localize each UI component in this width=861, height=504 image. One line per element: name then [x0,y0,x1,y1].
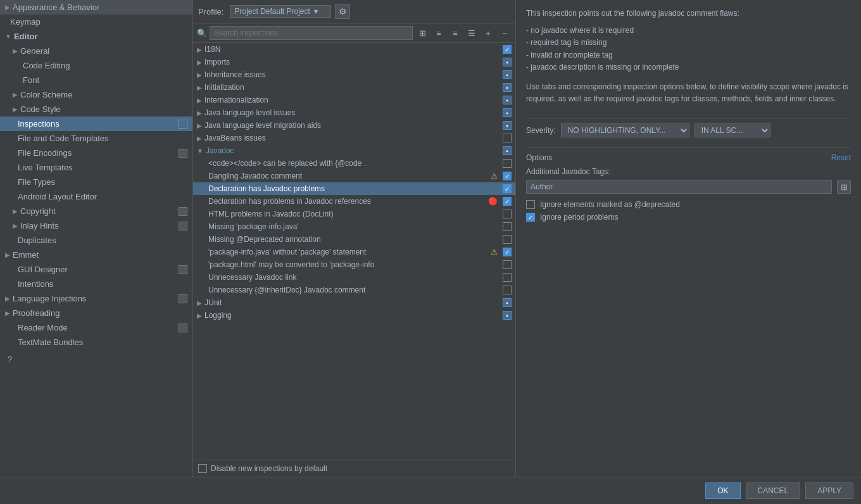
insp-checkbox[interactable]: ✓ [503,197,512,206]
insp-item-code-replace[interactable]: <code></code> can be replaced with {@cod… [193,157,515,170]
sidebar-item-appearance-behavior[interactable]: ▶ Appearance & Behavior [0,0,192,15]
profile-dropdown[interactable]: Project Default Project ▾ [230,5,331,18]
sidebar-item-font[interactable]: Font [0,73,192,87]
sidebar-item-live-templates[interactable]: Live Templates [0,160,192,175]
ok-button[interactable]: OK [705,482,740,499]
insp-item-inheritance[interactable]: ▶ Inheritance issues ▪ [193,68,515,81]
insp-item-logging[interactable]: ▶ Logging ▪ [193,309,515,322]
insp-checkbox[interactable]: ▪ [503,311,512,320]
sidebar-item-code-editing[interactable]: Code Editing [0,58,192,73]
insp-item-i18n[interactable]: ▶ I18N ✓ [193,43,515,56]
insp-checkbox[interactable]: ✓ [503,248,512,256]
description-title: This inspection points out the following… [526,8,851,20]
insp-checkbox[interactable]: ✓ [503,184,512,193]
disable-new-checkbox[interactable] [198,464,207,473]
sidebar-item-android-layout-editor[interactable]: Android Layout Editor [0,189,192,204]
insp-checkbox[interactable]: ▪ [503,58,512,66]
sidebar-item-intentions[interactable]: Intentions [0,277,192,291]
reset-link[interactable]: Reset [831,153,851,162]
search-input[interactable] [210,26,413,40]
insp-checkbox[interactable] [503,273,512,282]
sidebar-item-file-code-templates[interactable]: File and Code Templates [0,131,192,146]
ignore-period-checkbox[interactable]: ✓ [526,213,535,222]
sidebar-item-inlay-hints[interactable]: ▶ Inlay Hints [0,218,192,233]
sidebar-item-language-injections[interactable]: ▶ Language Injections [0,291,192,306]
insp-checkbox[interactable] [503,235,512,244]
cancel-button[interactable]: CANCEL [746,482,801,499]
insp-label: Initialization [204,83,500,92]
sidebar-item-file-encodings[interactable]: File Encodings [0,146,192,160]
sidebar-item-label: Intentions [18,279,53,289]
insp-checkbox[interactable]: ▪ [503,83,512,92]
sidebar-item-textmate-bundles[interactable]: TextMate Bundles [0,335,192,350]
insp-checkbox[interactable] [503,159,512,168]
sidebar-item-general[interactable]: ▶ General [0,44,192,58]
insp-label: Unnecessary {@inheritDoc} Javadoc commen… [208,286,500,294]
expand-arrow: ▶ [13,106,18,113]
insp-label: Javadoc [206,146,500,155]
sidebar-item-reader-mode[interactable]: Reader Mode [0,320,192,335]
insp-item-declaration-references[interactable]: Declaration has problems in Javadoc refe… [193,195,515,208]
sidebar-item-editor[interactable]: ▼ Editor [0,29,192,44]
insp-checkbox[interactable] [503,260,512,269]
help-button[interactable]: ? [0,350,192,369]
sidebar-item-duplicates[interactable]: Duplicates [0,233,192,248]
insp-item-missing-package-info[interactable]: Missing 'package-info.java' [193,220,515,233]
insp-checkbox[interactable]: ▪ [503,146,512,155]
insp-item-html-problems[interactable]: HTML problems in Javadoc (DocLint) [193,208,515,220]
insp-checkbox[interactable]: ✓ [503,172,512,180]
sidebar-item-code-style[interactable]: ▶ Code Style [0,102,192,117]
insp-checkbox[interactable] [503,222,512,231]
severity-dropdown[interactable]: NO HIGHLIGHTING, ONLY... WARNING ERROR W… [561,123,689,137]
sidebar-item-proofreading[interactable]: ▶ Proofreading [0,306,192,320]
sidebar-item-label: Live Templates [18,163,72,172]
insp-item-dangling-javadoc[interactable]: Dangling Javadoc comment ⚠ ✓ [193,170,515,182]
sidebar-item-label: Inspections [18,119,60,129]
insp-checkbox[interactable]: ✓ [503,45,512,54]
insp-checkbox[interactable]: ▪ [503,108,512,117]
insp-item-javadoc[interactable]: ▼ Javadoc ▪ [193,144,515,157]
insp-checkbox[interactable] [503,210,512,218]
sidebar-item-copyright[interactable]: ▶ Copyright [0,204,192,218]
ignore-deprecated-checkbox[interactable] [526,200,535,209]
expand-all-button[interactable]: ≡ [432,26,446,40]
author-input[interactable] [526,180,832,194]
insp-checkbox[interactable]: ▪ [503,121,512,130]
insp-item-unnecessary-inheritdoc[interactable]: Unnecessary {@inheritDoc} Javadoc commen… [193,284,515,296]
expand-arrow-icon: ▶ [197,312,202,319]
insp-item-java-lang-level[interactable]: ▶ Java language level issues ▪ [193,106,515,119]
insp-item-package-info-statement[interactable]: 'package-info.java' without 'package' st… [193,246,515,258]
insp-item-unnecessary-link[interactable]: Unnecessary Javadoc link [193,271,515,284]
insp-checkbox[interactable]: ▪ [503,70,512,79]
insp-item-junit[interactable]: ▶ JUnit ▪ [193,296,515,309]
insp-item-java-migration[interactable]: ▶ Java language level migration aids ▪ [193,119,515,132]
insp-item-initialization[interactable]: ▶ Initialization ▪ [193,81,515,94]
insp-label: I18N [204,45,500,54]
insp-item-missing-deprecated[interactable]: Missing @Deprecated annotation [193,233,515,246]
insp-item-imports[interactable]: ▶ Imports ▪ [193,56,515,68]
sidebar-item-file-types[interactable]: File Types [0,175,192,189]
collapse-all-button[interactable]: ≡ [448,26,462,40]
insp-checkbox[interactable] [503,134,512,142]
warning-icon: ⚠ [491,172,498,180]
insp-item-internationalization[interactable]: ▶ Internationalization ▪ [193,94,515,106]
insp-item-declaration-javadoc[interactable]: Declaration has Javadoc problems ✓ [193,182,515,195]
insp-checkbox[interactable]: ▪ [503,298,512,307]
insp-checkbox[interactable]: ▪ [503,96,512,104]
gear-button[interactable]: ⚙ [335,4,350,19]
apply-button[interactable]: APPLY [805,482,853,499]
sidebar-item-gui-designer[interactable]: GUI Designer [0,262,192,277]
author-edit-button[interactable]: ⊞ [837,180,851,194]
sidebar-item-inspections[interactable]: Inspections [0,117,192,131]
insp-item-javabeans[interactable]: ▶ JavaBeans issues [193,132,515,144]
view-options-button[interactable]: ☰ [465,26,479,40]
sidebar-item-keymap[interactable]: Keymap [0,15,192,29]
filter-button[interactable]: ⊞ [415,26,429,40]
insp-checkbox[interactable] [503,286,512,294]
scope-dropdown[interactable]: IN ALL SC... IN PROJECT [694,123,770,137]
sidebar-item-color-scheme[interactable]: ▶ Color Scheme [0,87,192,102]
sidebar-item-emmet[interactable]: ▶ Emmet [0,248,192,262]
remove-button[interactable]: − [498,26,512,40]
add-button[interactable]: + [481,26,495,40]
insp-item-package-html-convert[interactable]: 'package.html' may be converted to 'pack… [193,258,515,271]
